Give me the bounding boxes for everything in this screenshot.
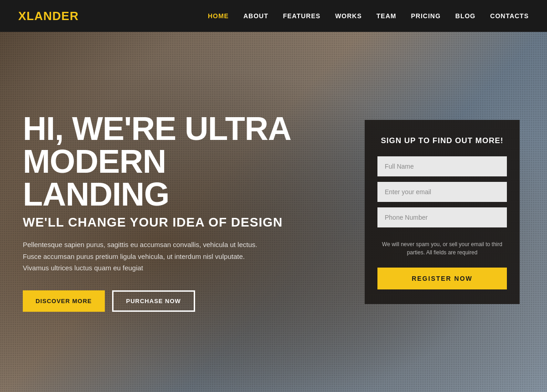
full-name-input[interactable] <box>377 156 507 176</box>
hero-section: HI, WE'RE ULTRAMODERN LANDING WE'LL CHAN… <box>0 32 547 392</box>
purchase-now-button[interactable]: PURCHASE NOW <box>112 290 195 312</box>
nav-item-home[interactable]: HOME <box>208 12 229 20</box>
hero-subtitle: WE'LL CHANGE YOUR IDEA OF DESIGN <box>23 215 305 230</box>
logo[interactable]: xLANDER <box>18 9 79 23</box>
nav-item-about[interactable]: ABOUT <box>243 12 268 20</box>
navbar: xLANDER HOME ABOUT FEATURES WORKS TEAM P… <box>0 0 547 32</box>
nav-item-works[interactable]: WORKS <box>335 12 362 20</box>
nav-item-contacts[interactable]: CONTACTS <box>490 12 529 20</box>
nav-item-features[interactable]: FEATURES <box>283 12 320 20</box>
hero-title: HI, WE'RE ULTRAMODERN LANDING <box>23 112 305 211</box>
signup-title: SIGN UP TO FIND OUT MORE! <box>377 136 507 145</box>
logo-text: LANDER <box>26 9 78 23</box>
phone-input[interactable] <box>377 207 507 227</box>
discover-more-button[interactable]: DISCOVER MORE <box>23 290 105 312</box>
hero-content: HI, WE'RE ULTRAMODERN LANDING WE'LL CHAN… <box>23 112 305 312</box>
spam-notice: We will never spam you, or sell your ema… <box>377 240 507 257</box>
signup-card: SIGN UP TO FIND OUT MORE! We will never … <box>365 120 520 304</box>
email-input[interactable] <box>377 182 507 202</box>
nav-item-pricing[interactable]: PRICING <box>411 12 440 20</box>
register-button[interactable]: REGISTER NOW <box>377 268 507 289</box>
logo-accent: x <box>18 9 26 23</box>
hero-buttons: DISCOVER MORE PURCHASE NOW <box>23 290 305 312</box>
nav-item-team[interactable]: TEAM <box>377 12 397 20</box>
nav-item-blog[interactable]: BLOG <box>455 12 475 20</box>
hero-description: Pellentesque sapien purus, sagittis eu a… <box>23 239 305 274</box>
nav-links: HOME ABOUT FEATURES WORKS TEAM PRICING B… <box>208 12 529 20</box>
